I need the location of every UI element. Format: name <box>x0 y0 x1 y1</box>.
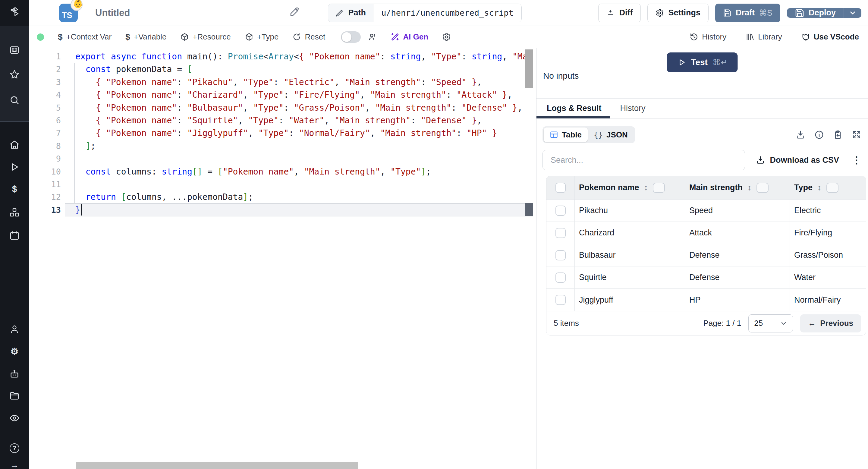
download-icon[interactable] <box>796 130 805 139</box>
collaborators-icon[interactable] <box>368 33 377 41</box>
braces-icon: {} <box>594 130 603 139</box>
scrollbar-thumb[interactable] <box>525 50 533 88</box>
resources-boxes-icon[interactable] <box>8 207 21 219</box>
tab-history[interactable]: History <box>616 99 650 118</box>
table-row[interactable]: Jigglypuff HP Normal/Fairy <box>547 289 866 311</box>
schedules-calendar-icon[interactable] <box>8 229 21 242</box>
table-row[interactable]: Bulbasaur Defense Grass/Poison <box>547 244 866 267</box>
settings-button[interactable]: Settings <box>647 4 709 22</box>
row-checkbox[interactable] <box>555 295 566 305</box>
add-resource-button[interactable]: +Resource <box>180 32 230 41</box>
view-json-segment[interactable]: {} JSON <box>588 127 634 142</box>
library-button[interactable]: Library <box>746 32 782 41</box>
column-toggle[interactable] <box>827 183 838 193</box>
column-toggle[interactable] <box>653 183 665 193</box>
sort-icon[interactable]: ↕ <box>747 183 752 192</box>
variables-dollar-icon[interactable]: $ <box>8 183 21 195</box>
code-line: 7 { "Pokemon name": "Jigglypuff", "Type"… <box>29 127 536 139</box>
editor-settings-gear-icon[interactable] <box>442 33 451 41</box>
users-icon <box>368 33 377 41</box>
cell-type: Grass/Poison <box>794 250 843 260</box>
user-icon[interactable] <box>8 323 21 335</box>
keypad-icon[interactable] <box>8 44 21 56</box>
audit-eye-icon[interactable] <box>8 412 21 424</box>
page-size-select[interactable]: 25 <box>748 314 793 333</box>
star-icon[interactable] <box>8 68 21 81</box>
collapse-arrow-icon[interactable]: → <box>8 459 21 469</box>
code-line: 13} <box>29 204 536 216</box>
table-row[interactable]: Pikachu Speed Electric <box>547 199 866 222</box>
code-line: 4 { "Pokemon name": "Charizard", "Type":… <box>29 88 536 101</box>
cell-name: Pikachu <box>579 206 608 215</box>
column-header: Main strength <box>689 183 743 192</box>
previous-page-button[interactable]: ← Previous <box>800 314 861 333</box>
sort-icon[interactable]: ↕ <box>644 183 648 192</box>
row-checkbox[interactable] <box>555 206 566 216</box>
cell-strength: Speed <box>689 206 713 215</box>
cat-icon <box>801 33 810 41</box>
add-type-button[interactable]: +Type <box>245 32 279 41</box>
column-toggle[interactable] <box>756 183 769 193</box>
runs-play-icon[interactable] <box>8 161 21 173</box>
search-icon[interactable] <box>8 94 21 106</box>
info-icon[interactable] <box>814 130 824 139</box>
add-context-var-button[interactable]: $ +Context Var <box>58 32 112 42</box>
table-row[interactable]: Charizard Attack Fire/Flying <box>547 222 866 244</box>
chevron-down-icon <box>849 9 857 17</box>
settings-gear-icon[interactable]: ⚙ <box>8 345 21 357</box>
edit-title-pencil-icon[interactable] <box>290 7 299 19</box>
row-checkbox[interactable] <box>555 228 566 238</box>
editor-horizontal-scrollbar[interactable] <box>76 462 358 469</box>
ai-gen-button[interactable]: AI Gen <box>391 32 428 41</box>
play-icon <box>677 58 686 67</box>
test-section: Test ⌘↵ No inputs <box>536 48 868 99</box>
tab-logs-result[interactable]: Logs & Result <box>542 99 606 118</box>
diff-button[interactable]: Diff <box>598 4 641 22</box>
history-clock-icon <box>689 33 698 41</box>
diff-mode-toggle[interactable] <box>341 31 361 43</box>
test-button[interactable]: Test ⌘↵ <box>667 53 738 72</box>
workers-robot-icon[interactable] <box>8 368 21 380</box>
search-input[interactable] <box>542 150 745 170</box>
library-icon <box>746 33 754 41</box>
draft-button[interactable]: Draft ⌘S <box>715 4 780 22</box>
save-icon <box>795 8 804 18</box>
more-options-kebab-icon[interactable]: ⋮ <box>852 154 861 166</box>
script-toolbar: $ +Context Var $ +Variable +Resource +Ty… <box>29 26 868 48</box>
box-icon <box>245 33 253 41</box>
deploy-more-button[interactable] <box>844 8 861 18</box>
add-variable-button[interactable]: $ +Variable <box>125 32 166 42</box>
code-line: 10 const columns: string[] = ["Pokemon n… <box>29 165 536 178</box>
reset-button[interactable]: Reset <box>292 32 325 41</box>
history-button[interactable]: History <box>689 32 726 41</box>
select-all-checkbox[interactable] <box>555 183 566 193</box>
page-indicator: Page: 1 / 1 <box>703 319 741 328</box>
test-shortcut: ⌘↵ <box>712 58 727 67</box>
home-icon[interactable] <box>8 139 21 151</box>
cell-name: Charizard <box>579 228 614 238</box>
expand-icon[interactable] <box>852 130 861 139</box>
result-table: Pokemon name ↕ Main strength ↕ Type ↕ Pi <box>546 176 866 336</box>
path-input[interactable]: Path u/henri/unencumbered_script <box>328 4 521 22</box>
editor-vertical-scrollbar[interactable] <box>525 48 533 469</box>
windmill-logo-icon[interactable] <box>8 5 21 18</box>
use-vscode-button[interactable]: Use VScode <box>801 32 859 41</box>
help-icon[interactable]: ? <box>8 442 21 454</box>
no-inputs-label: No inputs <box>543 71 579 81</box>
download-icon <box>756 156 765 164</box>
folder-icon[interactable] <box>8 390 21 402</box>
view-table-segment[interactable]: Table <box>544 127 588 142</box>
download-csv-button[interactable]: Download as CSV <box>756 156 839 165</box>
deploy-button[interactable]: Deploy <box>787 8 844 18</box>
code-editor[interactable]: 1export async function main(): Promise<A… <box>29 48 536 469</box>
row-checkbox[interactable] <box>555 250 566 260</box>
table-row[interactable]: Squirtle Defense Water <box>547 267 866 289</box>
sort-icon[interactable]: ↕ <box>817 183 822 192</box>
row-checkbox[interactable] <box>555 273 566 283</box>
refresh-icon <box>292 33 301 41</box>
dollar-icon: $ <box>125 32 130 42</box>
copy-to-clipboard-icon[interactable] <box>833 130 843 139</box>
view-segmented-control: Table {} JSON <box>542 126 635 143</box>
box-icon <box>180 33 189 41</box>
code-line: 5 { "Pokemon name": "Bulbasaur", "Type":… <box>29 101 536 114</box>
